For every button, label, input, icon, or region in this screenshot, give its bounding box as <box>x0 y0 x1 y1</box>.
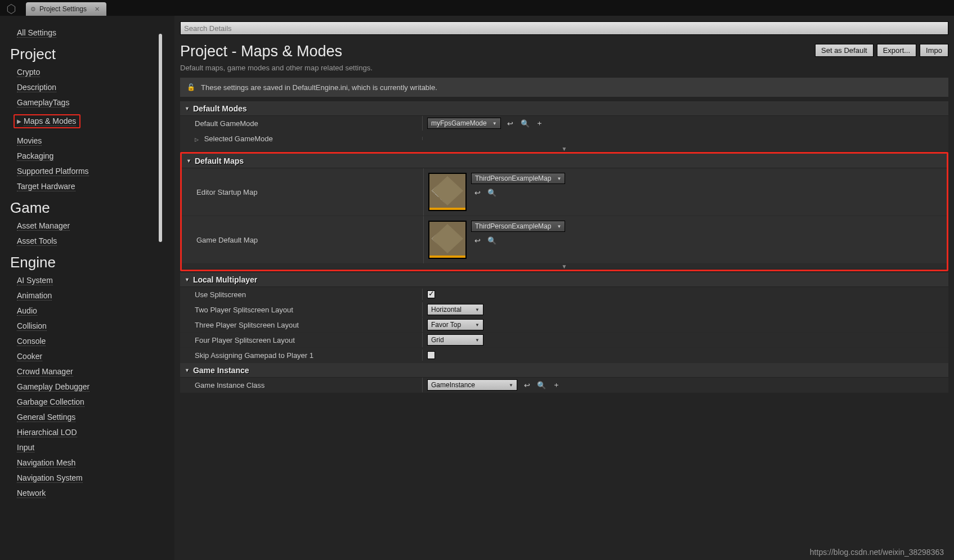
chevron-down-icon: ▼ <box>185 277 190 283</box>
section-title: Local Multiplayer <box>193 275 257 284</box>
section-expander[interactable]: ▼ <box>182 264 947 270</box>
sidebar-item-asset-tools[interactable]: Asset Tools <box>17 236 57 246</box>
sidebar-item-audio[interactable]: Audio <box>17 306 37 316</box>
chevron-down-icon: ▼ <box>475 322 480 328</box>
map-thumbnail[interactable] <box>428 173 467 211</box>
sidebar-item-navigation-mesh[interactable]: Navigation Mesh <box>17 458 75 468</box>
label-editor-startup-map: Editor Startup Map <box>182 168 424 216</box>
engine-logo-icon <box>2 2 20 16</box>
chevron-right-icon: ▶ <box>17 118 21 124</box>
section-title: Default Maps <box>195 156 244 165</box>
sidebar-item-cooker[interactable]: Cooker <box>17 352 42 361</box>
search-input[interactable] <box>180 21 948 35</box>
sidebar-item-console[interactable]: Console <box>17 337 46 346</box>
sidebar-scrollbar[interactable] <box>159 34 162 242</box>
map-thumbnail[interactable] <box>428 221 467 259</box>
chevron-down-icon: ▼ <box>492 121 497 126</box>
reset-icon[interactable]: ↩ <box>505 118 516 128</box>
set-as-default-button[interactable]: Set as Default <box>815 44 874 57</box>
sidebar-item-collision[interactable]: Collision <box>17 321 47 331</box>
dropdown-default-gamemode[interactable]: myFpsGameMode ▼ <box>427 118 501 129</box>
tab-project-settings[interactable]: ⚙ Project Settings ✕ <box>26 2 106 16</box>
checkbox-use-splitscreen[interactable] <box>427 290 435 298</box>
sidebar-item-crypto[interactable]: Crypto <box>17 68 40 77</box>
sidebar-item-maps-modes[interactable]: ▶ Maps & Modes <box>14 114 80 128</box>
sidebar-item-navigation-system[interactable]: Navigation System <box>17 473 83 483</box>
sidebar-item-description[interactable]: Description <box>17 83 56 92</box>
label-game-instance-class: Game Instance Class <box>180 381 422 389</box>
label-three-player-layout: Three Player Splitscreen Layout <box>180 321 422 329</box>
browse-icon[interactable]: 🔍 <box>536 380 547 390</box>
sidebar-item-supported-platforms[interactable]: Supported Platforms <box>17 167 89 176</box>
add-icon[interactable]: ＋ <box>535 118 545 128</box>
sidebar-item-crowd-manager[interactable]: Crowd Manager <box>17 367 73 377</box>
sidebar-item-ai-system[interactable]: AI System <box>17 276 53 285</box>
section-default-maps[interactable]: ▼ Default Maps <box>182 154 947 168</box>
sidebar-category-engine: Engine <box>10 254 164 271</box>
label-four-player-layout: Four Player Splitscreen Layout <box>180 336 422 344</box>
sidebar-item-input[interactable]: Input <box>17 443 34 453</box>
page-title: Project - Maps & Modes <box>180 43 373 60</box>
browse-icon[interactable]: 🔍 <box>487 235 497 245</box>
info-bar: 🔓 These settings are saved in DefaultEng… <box>180 78 948 97</box>
label-selected-gamemode[interactable]: ▷ Selected GameMode <box>180 135 422 143</box>
section-local-multiplayer[interactable]: ▼ Local Multiplayer <box>180 272 948 287</box>
reset-icon[interactable]: ↩ <box>472 235 482 245</box>
info-text: These settings are saved in DefaultEngin… <box>201 83 437 92</box>
label-game-default-map: Game Default Map <box>182 216 424 263</box>
add-icon[interactable]: ＋ <box>551 380 561 390</box>
sidebar-item-gameplay-debugger[interactable]: Gameplay Debugger <box>17 382 89 392</box>
chevron-down-icon: ▼ <box>186 158 191 164</box>
dropdown-game-instance-class[interactable]: GameInstance ▼ <box>427 379 517 391</box>
export-button[interactable]: Export... <box>877 44 916 57</box>
chevron-down-icon: ▼ <box>185 106 190 111</box>
sidebar-item-animation[interactable]: Animation <box>17 291 52 301</box>
gear-icon: ⚙ <box>30 6 36 13</box>
reset-icon[interactable]: ↩ <box>522 380 532 390</box>
chevron-down-icon: ▼ <box>557 176 561 181</box>
sidebar-item-network[interactable]: Network <box>17 489 46 498</box>
chevron-down-icon: ▼ <box>475 338 480 343</box>
sidebar-item-general-settings[interactable]: General Settings <box>17 413 75 422</box>
sidebar-item-packaging[interactable]: Packaging <box>17 151 53 161</box>
chevron-down-icon: ▼ <box>509 383 513 388</box>
section-title: Default Modes <box>193 104 247 113</box>
section-expander[interactable]: ▼ <box>180 146 948 152</box>
sidebar-item-target-hardware[interactable]: Target Hardware <box>17 182 75 191</box>
chevron-down-icon: ▼ <box>475 307 480 312</box>
reset-icon[interactable]: ↩ <box>472 187 482 198</box>
sidebar-item-movies[interactable]: Movies <box>17 136 42 146</box>
unlock-icon: 🔓 <box>187 83 195 91</box>
label-two-player-layout: Two Player Splitscreen Layout <box>180 306 422 314</box>
checkbox-skip-gamepad[interactable] <box>427 351 435 359</box>
section-game-instance[interactable]: ▼ Game Instance <box>180 363 948 378</box>
sidebar-item-hierarchical-lod[interactable]: Hierarchical LOD <box>17 428 77 437</box>
sidebar-item-garbage-collection[interactable]: Garbage Collection <box>17 397 84 407</box>
section-title: Game Instance <box>193 366 249 375</box>
chevron-right-icon: ▷ <box>195 137 199 142</box>
label-use-splitscreen: Use Splitscreen <box>180 290 422 299</box>
page-subtitle: Default maps, game modes and other map r… <box>180 64 373 72</box>
chevron-down-icon: ▼ <box>185 368 190 373</box>
tab-bar: ⚙ Project Settings ✕ <box>0 0 954 16</box>
sidebar-all-settings[interactable]: All Settings <box>17 28 56 38</box>
sidebar-item-asset-manager[interactable]: Asset Manager <box>17 221 70 231</box>
dropdown-four-player-layout[interactable]: Grid ▼ <box>427 334 483 346</box>
sidebar-category-game: Game <box>10 199 164 217</box>
dropdown-game-default-map[interactable]: ThirdPersonExampleMap ▼ <box>471 221 565 232</box>
dropdown-editor-startup-map[interactable]: ThirdPersonExampleMap ▼ <box>471 173 565 184</box>
section-default-modes[interactable]: ▼ Default Modes <box>180 101 948 116</box>
label-default-gamemode: Default GameMode <box>180 119 422 128</box>
tab-title: Project Settings <box>39 5 87 13</box>
sidebar-item-gameplaytags[interactable]: GameplayTags <box>17 98 69 107</box>
chevron-down-icon: ▼ <box>557 224 561 229</box>
watermark-text: https://blog.csdn.net/weixin_38298363 <box>810 548 944 557</box>
dropdown-three-player-layout[interactable]: Favor Top ▼ <box>427 319 483 330</box>
settings-sidebar: All Settings Project Crypto Description … <box>0 16 174 560</box>
dropdown-two-player-layout[interactable]: Horizontal ▼ <box>427 304 483 315</box>
label-skip-gamepad: Skip Assigning Gamepad to Player 1 <box>180 351 422 360</box>
browse-icon[interactable]: 🔍 <box>520 118 530 128</box>
browse-icon[interactable]: 🔍 <box>487 187 497 198</box>
close-icon[interactable]: ✕ <box>95 6 100 13</box>
import-button[interactable]: Impo <box>920 44 948 57</box>
